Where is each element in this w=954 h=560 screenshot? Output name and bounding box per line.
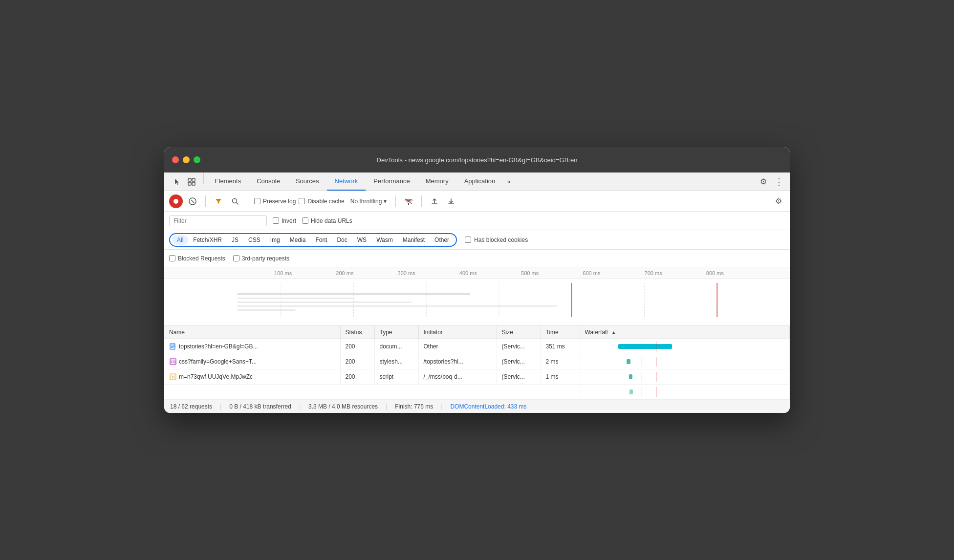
rtype-wasm[interactable]: Wasm	[371, 235, 398, 245]
cell-initiator: /_/mss/boq-d...	[418, 369, 497, 385]
cell-status: 200	[340, 339, 374, 354]
col-header-initiator[interactable]: Initiator	[418, 326, 497, 339]
ruler-700ms: 700 ms	[623, 270, 684, 276]
tab-performance[interactable]: Performance	[366, 172, 417, 191]
svg-rect-21	[238, 302, 412, 303]
blocked-requests-label[interactable]: Blocked Requests	[169, 255, 225, 262]
hide-data-urls-checkbox[interactable]	[302, 217, 308, 224]
blocked-cookies-checkbox[interactable]	[465, 237, 471, 243]
throttle-dropdown-arrow: ▾	[384, 198, 387, 205]
rtype-js[interactable]: JS	[227, 235, 243, 245]
window-title: DevTools - news.google.com/topstories?hl…	[377, 156, 578, 164]
rtype-doc[interactable]: Doc	[332, 235, 352, 245]
rtype-other[interactable]: Other	[430, 235, 454, 245]
resources-size: 3.3 MB / 4.0 MB resources	[308, 403, 378, 410]
timeline-chart[interactable]	[208, 279, 790, 326]
third-party-label[interactable]: 3rd-party requests	[233, 255, 289, 262]
finish-time: Finish: 775 ms	[395, 403, 433, 410]
import-har-button[interactable]	[428, 194, 441, 208]
cell-initiator: /topstories?hl...	[418, 354, 497, 369]
disable-cache-checkbox[interactable]	[299, 198, 305, 204]
tab-elements[interactable]: Elements	[207, 172, 249, 191]
cell-type: docum...	[374, 339, 418, 354]
network-settings-button[interactable]: ⚙	[772, 194, 785, 209]
network-conditions-button[interactable]	[402, 194, 415, 208]
cell-initiator: Other	[418, 339, 497, 354]
tab-memory[interactable]: Memory	[418, 172, 456, 191]
search-button[interactable]	[228, 194, 242, 208]
svg-line-6	[191, 200, 194, 203]
waterfall-sort-arrow: ▲	[611, 330, 616, 335]
filter-input[interactable]	[169, 215, 267, 226]
divider-4	[395, 195, 396, 207]
cell-status: 200	[340, 369, 374, 385]
svg-rect-19	[238, 293, 470, 295]
divider-1	[203, 172, 204, 184]
dom-content-loaded: DOMContentLoaded: 433 ms	[450, 403, 526, 410]
devtools-more-button[interactable]: ⋮	[772, 173, 786, 190]
rtype-css[interactable]: CSS	[243, 235, 265, 245]
rtype-ws[interactable]: WS	[352, 235, 371, 245]
col-header-size[interactable]: Size	[497, 326, 541, 339]
invert-label[interactable]: Invert	[273, 217, 296, 224]
third-party-checkbox[interactable]	[233, 255, 239, 261]
tab-bar: Elements Console Sources Network Perform…	[164, 172, 790, 191]
devtools-settings-button[interactable]: ⚙	[757, 174, 770, 189]
tab-application[interactable]: Application	[456, 172, 503, 191]
table-row[interactable]: topstories?hl=en-GB&gl=GB...200docum...O…	[164, 339, 790, 354]
record-button[interactable]	[169, 194, 183, 208]
maximize-button[interactable]	[194, 156, 200, 163]
export-har-button[interactable]	[444, 194, 458, 208]
divider-2	[205, 195, 206, 207]
timeline-area[interactable]: 100 ms 200 ms 300 ms 400 ms 500 ms 600 m…	[164, 267, 790, 326]
rtype-media[interactable]: Media	[285, 235, 311, 245]
blocked-cookies-filter[interactable]: Has blocked cookies	[465, 237, 528, 243]
cell-waterfall	[580, 354, 790, 369]
filter-button[interactable]	[212, 194, 225, 208]
filter-bar: Invert Hide data URLs	[164, 212, 790, 230]
svg-rect-2	[188, 182, 191, 185]
preserve-log-label[interactable]: Preserve log	[254, 198, 296, 205]
cell-type: script	[374, 369, 418, 385]
preserve-log-checkbox[interactable]	[254, 198, 260, 204]
ruler-400ms: 400 ms	[437, 270, 499, 276]
col-header-status[interactable]: Status	[340, 326, 374, 339]
table-row[interactable]: JSm=n73qwf,UUJqVe,MpJwZc200script/_/mss/…	[164, 369, 790, 385]
throttle-select[interactable]: No throttling ▾	[347, 196, 390, 206]
col-header-time[interactable]: Time	[541, 326, 580, 339]
disable-cache-label[interactable]: Disable cache	[299, 198, 344, 205]
rtype-fetch-xhr[interactable]: Fetch/XHR	[188, 235, 227, 245]
cell-size: (Servic...	[497, 354, 541, 369]
sep-4: |	[441, 403, 442, 410]
hide-data-urls-label[interactable]: Hide data URLs	[302, 217, 352, 224]
invert-checkbox[interactable]	[273, 217, 279, 224]
col-header-name[interactable]: Name	[164, 326, 340, 339]
col-header-waterfall[interactable]: Waterfall ▲	[580, 326, 790, 339]
close-button[interactable]	[172, 156, 179, 163]
table-row[interactable]: CSScss?family=Google+Sans+T...200stylesh…	[164, 354, 790, 369]
tab-console[interactable]: Console	[249, 172, 288, 191]
rtype-font[interactable]: Font	[310, 235, 332, 245]
svg-rect-0	[188, 178, 191, 181]
ruler-100ms: 100 ms	[252, 270, 314, 276]
svg-text:CSS: CSS	[171, 360, 176, 364]
clear-button[interactable]	[186, 194, 199, 208]
svg-rect-20	[238, 298, 354, 299]
rtype-all[interactable]: All	[172, 235, 188, 245]
ruler-600ms: 600 ms	[561, 270, 622, 276]
blocked-requests-checkbox[interactable]	[169, 255, 175, 261]
rtype-manifest[interactable]: Manifest	[398, 235, 430, 245]
action-bar: Preserve log Disable cache No throttling…	[164, 191, 790, 212]
col-header-type[interactable]: Type	[374, 326, 418, 339]
cursor-icon[interactable]	[170, 175, 184, 189]
inspect-icon[interactable]	[185, 175, 198, 189]
network-table-container[interactable]: Name Status Type Initiator	[164, 326, 790, 400]
minimize-button[interactable]	[183, 156, 190, 163]
tab-network[interactable]: Network	[327, 172, 366, 191]
tab-sources[interactable]: Sources	[288, 172, 327, 191]
sep-2: |	[299, 403, 301, 410]
tab-overflow-button[interactable]: »	[503, 172, 514, 191]
resource-type-group: All Fetch/XHR JS CSS Img Media Font Doc …	[169, 233, 457, 247]
cell-type: stylesh...	[374, 354, 418, 369]
rtype-img[interactable]: Img	[265, 235, 285, 245]
